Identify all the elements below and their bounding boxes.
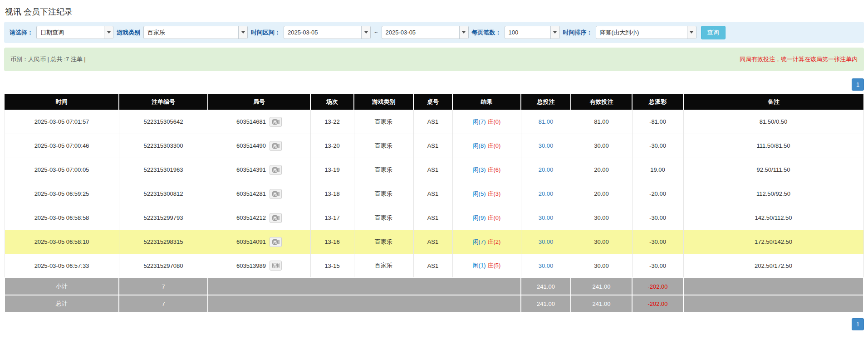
cell-table-no: AS1	[413, 158, 452, 182]
table-row: 2025-03-05 06:59:25 522315300812 6035142…	[5, 182, 863, 206]
cell-remark: 92.50/111.50	[683, 158, 863, 182]
summary-payout: -202.00	[632, 295, 683, 312]
summary-row: 小计 7 241.00 241.00 -202.00	[5, 278, 863, 295]
total-bet-link[interactable]: 30.00	[539, 142, 554, 149]
column-header-6: 结果	[452, 94, 521, 110]
page-1-button[interactable]: 1	[852, 318, 864, 330]
sort-combobox[interactable]: 降冪(由大到小)	[596, 26, 696, 39]
table-header-row: 时间注单编号局号场次游戏类别桌号结果总投注有效投注总派彩备注	[5, 94, 863, 110]
cell-valid-bet: 30.00	[571, 254, 632, 278]
cell-round: 603514281	[208, 182, 310, 206]
date-from-picker[interactable]: 2025-03-05	[284, 26, 371, 39]
round-id: 603513989	[236, 262, 266, 269]
cell-time: 2025-03-05 07:00:05	[5, 158, 119, 182]
video-replay-icon[interactable]	[270, 141, 282, 151]
summary-remark	[683, 295, 863, 312]
page-title: 视讯 会员下注纪录	[4, 0, 864, 22]
summary-payout: -202.00	[632, 278, 683, 295]
round-id: 603514681	[236, 118, 266, 125]
cell-time: 2025-03-05 07:00:46	[5, 134, 119, 158]
cell-remark: 112.50/92.50	[683, 182, 863, 206]
column-header-4: 游戏类别	[354, 94, 413, 110]
column-header-8: 有效投注	[571, 94, 632, 110]
cell-time: 2025-03-05 06:58:58	[5, 206, 119, 230]
total-bet-link[interactable]: 30.00	[539, 214, 554, 221]
chevron-down-icon[interactable]	[238, 26, 247, 39]
cell-table-no: AS1	[413, 254, 452, 278]
date-to-picker[interactable]: 2025-03-05	[382, 26, 469, 39]
cell-valid-bet: 20.00	[571, 182, 632, 206]
game-type-value: 百家乐	[144, 26, 238, 39]
video-replay-icon[interactable]	[270, 189, 282, 199]
sort-label: 时间排序：	[563, 29, 593, 37]
cell-result: 闲(3)庄(6)	[452, 158, 521, 182]
cell-valid-bet: 81.00	[571, 110, 632, 134]
cell-bet-id: 522315299793	[119, 206, 208, 230]
cell-bet-id: 522315305642	[119, 110, 208, 134]
total-bet-link[interactable]: 81.00	[539, 118, 554, 125]
cell-result: 闲(7)庄(0)	[452, 110, 521, 134]
cell-round: 603514212	[208, 206, 310, 230]
summary-count: 7	[119, 278, 208, 295]
time-range-label: 时间区间：	[251, 29, 280, 37]
cell-round: 603513989	[208, 254, 310, 278]
per-page-combobox[interactable]: 100	[505, 26, 560, 39]
cell-valid-bet: 30.00	[571, 134, 632, 158]
select-type-combobox[interactable]: 日期查询	[36, 26, 113, 39]
video-replay-icon[interactable]	[270, 237, 282, 247]
sort-value: 降冪(由大到小)	[596, 26, 687, 39]
cell-table-no: AS1	[413, 206, 452, 230]
cell-payout: -30.00	[632, 206, 683, 230]
cell-remark: 172.50/142.50	[683, 230, 863, 254]
cell-result: 闲(7)庄(2)	[452, 230, 521, 254]
pagination-bottom: 1	[4, 318, 864, 330]
cell-time: 2025-03-05 07:01:57	[5, 110, 119, 134]
total-bet-link[interactable]: 30.00	[539, 238, 554, 245]
result-player: 闲(7)	[473, 238, 486, 245]
result-banker: 庄(6)	[488, 166, 501, 173]
cell-round: 603514681	[208, 110, 310, 134]
result-banker: 庄(5)	[488, 262, 501, 269]
page-1-button[interactable]: 1	[852, 78, 864, 91]
total-bet-link[interactable]: 30.00	[539, 262, 554, 269]
per-page-label: 每页笔数：	[472, 29, 501, 37]
result-banker: 庄(2)	[488, 238, 501, 245]
query-button[interactable]: 查询	[701, 26, 726, 39]
video-replay-icon[interactable]	[270, 261, 282, 271]
game-type-label: 游戏类别	[117, 29, 140, 37]
chevron-down-icon[interactable]	[459, 26, 468, 39]
total-bet-link[interactable]: 20.00	[539, 166, 554, 173]
cell-game-type: 百家乐	[354, 230, 413, 254]
column-header-2: 局号	[208, 94, 310, 110]
cell-table-no: AS1	[413, 230, 452, 254]
cell-valid-bet: 30.00	[571, 206, 632, 230]
cell-session: 13-19	[310, 158, 354, 182]
cell-total-bet: 30.00	[521, 254, 571, 278]
cell-result: 闲(1)庄(5)	[452, 254, 521, 278]
video-replay-icon[interactable]	[270, 213, 282, 223]
cell-payout: -30.00	[632, 230, 683, 254]
result-banker: 庄(0)	[488, 118, 501, 125]
table-row: 2025-03-05 06:58:58 522315299793 6035142…	[5, 206, 863, 230]
filter-bar: 请选择： 日期查询 游戏类别 百家乐 时间区间： 2025-03-05 ~ 20…	[4, 22, 864, 43]
total-bet-link[interactable]: 20.00	[539, 190, 554, 197]
video-replay-icon[interactable]	[270, 165, 282, 175]
video-replay-icon[interactable]	[270, 117, 282, 127]
result-player: 闲(1)	[473, 262, 486, 269]
cell-bet-id: 522315298315	[119, 230, 208, 254]
cell-game-type: 百家乐	[354, 254, 413, 278]
round-id: 603514490	[236, 142, 266, 149]
cell-result: 闲(8)庄(0)	[452, 134, 521, 158]
chevron-down-icon[interactable]	[361, 26, 370, 39]
table-row: 2025-03-05 07:00:05 522315301963 6035143…	[5, 158, 863, 182]
chevron-down-icon[interactable]	[104, 26, 113, 39]
cell-result: 闲(5)庄(3)	[452, 182, 521, 206]
summary-label: 小计	[5, 278, 119, 295]
cell-game-type: 百家乐	[354, 110, 413, 134]
cell-game-type: 百家乐	[354, 158, 413, 182]
chevron-down-icon[interactable]	[550, 26, 559, 39]
cell-table-no: AS1	[413, 134, 452, 158]
chevron-down-icon[interactable]	[687, 26, 696, 39]
game-type-combobox[interactable]: 百家乐	[143, 26, 248, 39]
table-body: 2025-03-05 07:01:57 522315305642 6035146…	[5, 110, 863, 312]
